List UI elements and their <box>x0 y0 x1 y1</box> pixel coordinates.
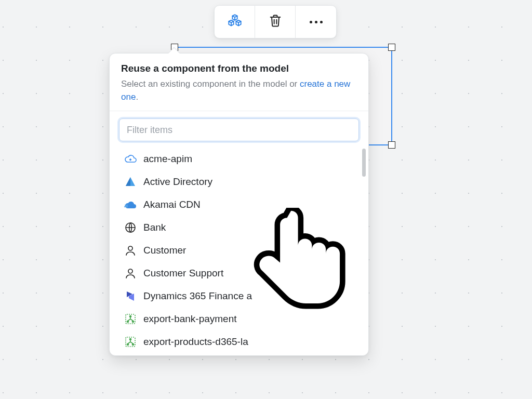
list-item[interactable]: export-bank-payment <box>115 308 366 330</box>
floating-toolbar <box>214 5 337 38</box>
trash-icon <box>268 14 283 30</box>
cloud-outline-icon <box>124 153 137 165</box>
azure-pyramid-icon <box>124 176 137 188</box>
svg-point-5 <box>128 246 132 250</box>
components-button[interactable] <box>215 6 255 38</box>
svg-point-13 <box>127 344 129 345</box>
svg-marker-1 <box>126 177 130 186</box>
popover-header: Reuse a component from the model Select … <box>110 54 368 111</box>
more-icon <box>310 21 323 23</box>
list-item-label: Bank <box>143 222 166 233</box>
list-item-label: export-bank-payment <box>143 313 237 325</box>
popover-subtitle: Select an existing component in the mode… <box>121 78 357 103</box>
svg-rect-2 <box>125 205 128 206</box>
delete-button[interactable] <box>255 6 296 38</box>
selection-handle-top-right[interactable] <box>388 44 395 51</box>
list-item[interactable]: Bank <box>115 216 366 239</box>
svg-point-9 <box>127 321 129 323</box>
scrollbar-thumb[interactable] <box>362 149 366 177</box>
svg-point-6 <box>128 269 132 273</box>
list-item[interactable]: Active Directory <box>115 170 366 193</box>
list-item-label: Customer <box>143 245 186 256</box>
cloud-solid-icon <box>124 198 137 211</box>
person-icon <box>124 267 137 280</box>
logic-app-icon <box>124 336 137 348</box>
list-item[interactable]: Customer <box>115 239 366 262</box>
filter-input[interactable] <box>119 118 359 141</box>
more-button[interactable] <box>296 6 336 38</box>
list-item-label: Akamai CDN <box>143 199 201 210</box>
svg-rect-3 <box>124 206 128 207</box>
svg-point-12 <box>130 339 131 340</box>
component-list: acme-apim Active Directory Akamai CDN Ba… <box>110 145 368 353</box>
selection-handle-bottom-right[interactable] <box>388 141 395 149</box>
list-item[interactable]: Customer Support <box>115 262 366 285</box>
list-item-label: Active Directory <box>143 176 212 188</box>
list-item[interactable]: Akamai CDN <box>115 193 366 216</box>
list-item[interactable]: Dynamics 365 Finance a <box>115 285 366 308</box>
cubes-icon <box>228 14 242 30</box>
svg-point-8 <box>130 316 131 317</box>
reuse-component-popover: Reuse a component from the model Select … <box>109 53 369 356</box>
logic-app-icon <box>124 313 137 325</box>
globe-icon <box>124 221 137 234</box>
svg-point-10 <box>132 321 134 323</box>
popover-title: Reuse a component from the model <box>121 63 357 74</box>
svg-point-14 <box>132 344 134 345</box>
dynamics-icon <box>124 290 137 302</box>
list-item[interactable]: acme-apim <box>115 148 366 170</box>
list-item-label: export-products-d365-la <box>143 336 248 348</box>
list-item-label: Customer Support <box>143 268 223 279</box>
list-item-label: Dynamics 365 Finance a <box>143 290 252 302</box>
list-item[interactable]: export-products-d365-la <box>115 330 366 353</box>
person-icon <box>124 244 137 257</box>
list-item-label: acme-apim <box>143 153 192 165</box>
